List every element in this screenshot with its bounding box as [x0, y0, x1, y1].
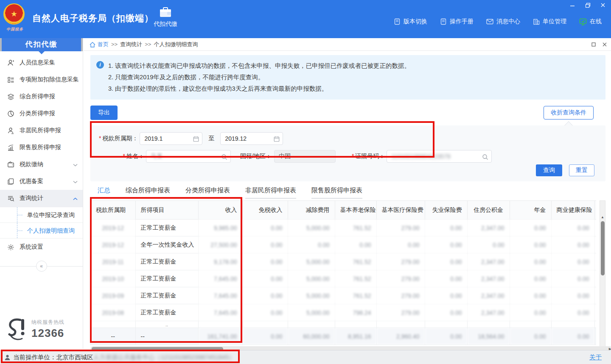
sidebar-item-classified-income[interactable]: 分类所得申报 [0, 105, 83, 122]
name-input[interactable]: 马某 [146, 150, 231, 163]
name-label: *姓名： [96, 153, 144, 160]
name-value-masked: 马某 [151, 153, 163, 160]
person-icon [7, 127, 14, 134]
table-cell: 2019-08 [91, 304, 135, 321]
close-icon[interactable] [599, 2, 607, 8]
sidebar-subitem-label: 个人扣缴明细查询 [27, 227, 75, 234]
brand-sub-label: 中国税务 [3, 27, 26, 32]
minimize-icon[interactable] [569, 2, 576, 8]
id-number-input[interactable]: 110102199904223579 [387, 150, 492, 163]
person-add-icon [7, 59, 14, 67]
table-cell: 2019-09 [91, 287, 135, 304]
sidebar-item-label: 系统设置 [20, 243, 78, 251]
sidebar-item-label: 优惠备案 [20, 178, 73, 185]
pie-icon [7, 110, 14, 117]
export-button[interactable]: 导出 [90, 106, 118, 120]
table-cell: 18,564.00 [467, 328, 510, 345]
table-row: .. [91, 321, 596, 328]
table-cell: 2019-10 [91, 270, 135, 287]
vertical-scroll-thumb[interactable] [601, 221, 605, 275]
sidebar-subitem-personal-withholding-detail[interactable]: 个人扣缴明细查询 [0, 222, 83, 238]
table-cell: 全年一次性奖金收入 [135, 236, 198, 253]
vertical-scrollbar[interactable]: ▲ ▼ [600, 200, 605, 363]
table-cell: 0.00 [467, 236, 510, 253]
table-cell: 5,000.00 [288, 220, 335, 236]
table-cell: 798.24 [335, 304, 376, 321]
menu-online-status[interactable]: 在线 [579, 18, 602, 25]
table-row: 2019-08正常工资薪金7,645.000.005,000.00798.242… [91, 304, 596, 321]
nationality-label: 国籍/地区： [240, 153, 272, 160]
table-cell: 2019-12 [91, 236, 135, 253]
sidebar-item-system-settings[interactable]: 系统设置 [0, 239, 83, 256]
col-header: 所得项目 [135, 201, 198, 220]
tab-nonresident-income[interactable]: 非居民所得申报表 [245, 186, 296, 199]
sidebar-item-nonresident-income[interactable]: 非居民所得申报 [0, 122, 83, 139]
id-value-masked: 110102199904223579 [391, 153, 450, 160]
menu-message-center[interactable]: 消息中心 [486, 18, 520, 25]
sidebar-item-comprehensive-income[interactable]: 综合所得申报 [0, 88, 83, 105]
sidebar-item-restricted-shares[interactable]: 限售股所得申报 [0, 139, 83, 156]
search-icon[interactable] [482, 153, 488, 160]
table-cell: 0.00 [376, 236, 425, 253]
table-cell [594, 328, 596, 345]
sidebar-item-personnel-info[interactable]: 人员信息采集 [0, 54, 83, 71]
header-menu: 版本切换 操作手册 消息中心 单位管理 在线 [394, 18, 602, 25]
table-cell: 2019-12 [91, 220, 135, 236]
table-cell [335, 321, 376, 328]
table-cell: 0.00 [551, 328, 594, 345]
table-cell [551, 321, 594, 328]
table-cell [594, 253, 596, 270]
table-cell: 7,645.00 [198, 270, 242, 287]
sidebar-item-tax-payment[interactable]: 税款缴纳 [0, 156, 83, 173]
briefcase-icon [159, 7, 172, 18]
panel-close-icon[interactable] [603, 42, 607, 47]
header-tab-daikou-daijiao[interactable]: 代扣代缴 [149, 7, 182, 28]
info-icon: i [96, 61, 104, 69]
table-cell: 60,000.00 [288, 328, 335, 345]
table-cell [594, 304, 596, 321]
menu-label: 操作手册 [450, 18, 474, 25]
tab-comprehensive-income[interactable]: 综合所得申报表 [126, 186, 170, 199]
search-icon[interactable] [221, 153, 227, 160]
collapse-query-button[interactable]: 收折查询条件 [544, 106, 594, 119]
chart-icon [7, 144, 14, 151]
menu-unit-management[interactable]: 单位管理 [533, 18, 566, 25]
panel-maximize-icon[interactable] [591, 42, 596, 47]
layers-icon [7, 93, 14, 100]
sidebar-item-preferential-filing[interactable]: 优惠备案 [0, 173, 83, 190]
tab-summary[interactable]: 汇总 [98, 186, 110, 199]
table-cell: 0.00 [551, 270, 594, 287]
table-cell: 0.00 [242, 220, 288, 236]
header-tab-label: 代扣代缴 [149, 20, 182, 28]
result-table: 税款所属期 所得项目 收入 免税收入 减除费用 基本养老保险费 基本医疗保险费 … [91, 200, 596, 345]
table-row: 2019-12正常工资薪金9,985.000.005,000.00761.522… [91, 220, 596, 236]
reset-button[interactable]: 重置 [569, 164, 594, 176]
period-start-input[interactable]: 2019.1 [140, 132, 202, 145]
calendar-icon[interactable] [193, 135, 199, 142]
about-link[interactable]: 关于 [589, 353, 602, 361]
sidebar-collapse-button[interactable]: « [36, 261, 47, 272]
menu-version-switch[interactable]: 版本切换 [394, 18, 427, 25]
chevron-down-icon [73, 161, 78, 168]
tab-classified-income[interactable]: 分类所得申报表 [185, 186, 230, 199]
sidebar-item-special-deduction[interactable]: 专项附加扣除信息采集 [0, 71, 83, 88]
col-header: 基本养老保险费 [335, 201, 376, 220]
restore-icon[interactable] [584, 2, 591, 8]
scroll-up-icon[interactable]: ▲ [600, 214, 605, 220]
table-cell: 正常工资薪金 [135, 220, 198, 236]
tab-restricted-shares[interactable]: 限售股所得申报表 [311, 186, 362, 199]
breadcrumb-separator: >> [145, 41, 151, 47]
tax-emblem-logo: ★ 中国税务 [3, 3, 26, 27]
menu-manual[interactable]: 操作手册 [440, 18, 474, 25]
table-cell [594, 220, 596, 236]
period-end-input[interactable]: 2019.12 [220, 132, 283, 145]
breadcrumb-home[interactable]: 首页 [90, 41, 109, 48]
query-button[interactable]: 查询 [536, 164, 562, 176]
hotline-logo: 纳税服务热线 12366 [6, 317, 64, 341]
calendar-icon[interactable] [274, 135, 280, 142]
sidebar-subitem-unit-declaration-records[interactable]: 单位申报记录查询 [0, 207, 83, 222]
to-label: 至 [208, 135, 214, 142]
sidebar-item-query-statistics[interactable]: 查询统计 [0, 190, 83, 207]
table-cell: 7,645.00 [198, 304, 242, 321]
breadcrumb-item[interactable]: 查询统计 [120, 41, 142, 48]
